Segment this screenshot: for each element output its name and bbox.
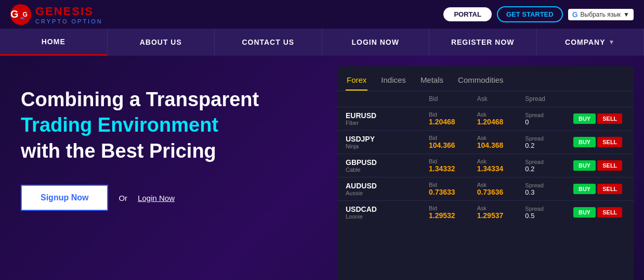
sell-button[interactable]: SELL — [597, 207, 622, 218]
ask-col: Ask 1.29537 — [477, 205, 525, 220]
bid-col: Bid 1.20468 — [429, 111, 477, 126]
ask-value: 104.368 — [477, 141, 525, 149]
buy-sell-actions: BUY SELL — [573, 160, 625, 171]
spread-col: Spread 0.2 — [525, 135, 573, 149]
header-actions — [573, 95, 625, 103]
tab-indices[interactable]: Indices — [380, 72, 407, 91]
spread-label: Spread — [525, 135, 573, 142]
bid-col: Bid 1.34332 — [429, 158, 477, 173]
sell-button[interactable]: SELL — [597, 137, 622, 147]
ask-col: Ask 104.368 — [477, 135, 525, 149]
spread-col: Spread 0 — [525, 112, 573, 126]
tab-forex[interactable]: Forex — [346, 72, 367, 91]
spread-label: Spread — [525, 206, 573, 212]
buy-button[interactable]: BUY — [573, 160, 596, 171]
nav-home[interactable]: HOME — [0, 29, 108, 56]
bid-label: Bid — [429, 111, 477, 118]
pair-name: AUDUSD — [346, 182, 429, 190]
spread-label: Spread — [525, 112, 573, 118]
trading-tabs: Forex Indices Metals Commodities — [337, 66, 634, 91]
google-icon: G — [572, 10, 578, 19]
ask-value: 0.73636 — [477, 188, 525, 196]
buy-button[interactable]: BUY — [573, 113, 596, 124]
bid-value: 0.73633 — [429, 188, 477, 196]
ask-col: Ask 1.34334 — [477, 158, 525, 173]
pair-info: USDJPY Ninja — [346, 135, 429, 149]
portal-button[interactable]: PORTAL — [443, 7, 491, 21]
table-row: GBPUSD Cable Bid 1.34332 Ask 1.34334 Spr… — [337, 154, 634, 177]
top-right-actions: PORTAL GET STARTED G Выбрать язык ▼ — [443, 6, 634, 22]
nav-register[interactable]: REGISTER NOW — [429, 29, 537, 56]
logo: G GENESIS CRYPTO OPTION — [10, 4, 103, 25]
trading-panel: Forex Indices Metals Commodities Bid Ask… — [337, 66, 634, 280]
hero-title-line2: Trading Environment — [21, 114, 218, 136]
translate-chevron-icon: ▼ — [623, 11, 629, 18]
google-translate[interactable]: G Выбрать язык ▼ — [568, 9, 634, 20]
ask-value: 1.20468 — [477, 118, 525, 126]
sell-button[interactable]: SELL — [597, 113, 622, 124]
pair-name: USDJPY — [346, 135, 429, 143]
spread-col: Spread 0.5 — [525, 206, 573, 220]
nav-contact[interactable]: CONTACT US — [215, 29, 322, 56]
bid-col: Bid 0.73633 — [429, 182, 477, 196]
pair-nickname: Fiber — [346, 120, 429, 126]
pair-nickname: Aussie — [346, 190, 429, 196]
ask-label: Ask — [477, 182, 525, 188]
ask-value: 1.34334 — [477, 164, 525, 173]
ask-col: Ask 0.73636 — [477, 182, 525, 196]
pair-name: USDCAD — [346, 205, 429, 213]
hero-cta: Signup Now Or Login Now — [21, 185, 317, 211]
header-pair — [346, 95, 429, 103]
spread-col: Spread 0.2 — [525, 159, 573, 173]
signup-button[interactable]: Signup Now — [21, 185, 108, 211]
bid-value: 1.34332 — [429, 164, 477, 173]
spread-value: 0.2 — [525, 142, 573, 149]
buy-sell-actions: BUY SELL — [573, 184, 625, 194]
nav-company[interactable]: COMPANY ▼ — [537, 29, 645, 56]
spread-value: 0.5 — [525, 212, 573, 220]
ask-label: Ask — [477, 158, 525, 164]
logo-genesis: GENESIS — [35, 5, 103, 18]
spread-value: 0.3 — [525, 188, 573, 196]
ask-value: 1.29537 — [477, 211, 525, 220]
sell-button[interactable]: SELL — [597, 160, 622, 171]
pair-info: GBPUSD Cable — [346, 158, 429, 173]
bid-label: Bid — [429, 205, 477, 211]
get-started-button[interactable]: GET STARTED — [497, 6, 563, 22]
logo-text: GENESIS CRYPTO OPTION — [35, 5, 103, 24]
bid-label: Bid — [429, 158, 477, 164]
header-ask: Ask — [477, 95, 525, 103]
buy-button[interactable]: BUY — [573, 184, 596, 194]
tab-metals[interactable]: Metals — [419, 72, 444, 91]
bid-label: Bid — [429, 182, 477, 188]
hero-left: Combining a Transparent Trading Environm… — [0, 56, 337, 280]
logo-icon: G — [10, 4, 31, 25]
bid-value: 104.366 — [429, 141, 477, 149]
buy-sell-actions: BUY SELL — [573, 207, 625, 218]
bid-col: Bid 1.29532 — [429, 205, 477, 220]
tab-commodities[interactable]: Commodities — [457, 72, 505, 91]
main-nav: HOME ABOUT US CONTACT US LOGIN NOW REGIS… — [0, 29, 644, 56]
table-row: EURUSD Fiber Bid 1.20468 Ask 1.20468 Spr… — [337, 107, 634, 130]
pair-info: USDCAD Loonie — [346, 205, 429, 220]
pair-name: GBPUSD — [346, 158, 429, 167]
header-bid: Bid — [429, 95, 477, 103]
spread-label: Spread — [525, 159, 573, 165]
logo-crypto-option: CRYPTO OPTION — [35, 18, 103, 24]
table-row: USDCAD Loonie Bid 1.29532 Ask 1.29537 Sp… — [337, 200, 634, 224]
spread-label: Spread — [525, 182, 573, 188]
table-row: USDJPY Ninja Bid 104.366 Ask 104.368 Spr… — [337, 130, 634, 154]
buy-button[interactable]: BUY — [573, 207, 596, 218]
table-header: Bid Ask Spread — [337, 91, 634, 107]
ask-label: Ask — [477, 111, 525, 118]
buy-sell-actions: BUY SELL — [573, 113, 625, 124]
spread-value: 0.2 — [525, 165, 573, 173]
nav-login[interactable]: LOGIN NOW — [322, 29, 430, 56]
svg-rect-2 — [20, 17, 23, 18]
buy-button[interactable]: BUY — [573, 137, 596, 147]
login-link-button[interactable]: Login Now — [138, 194, 175, 202]
nav-about[interactable]: ABOUT US — [108, 29, 215, 56]
buy-sell-actions: BUY SELL — [573, 137, 625, 147]
svg-rect-3 — [20, 18, 24, 19]
sell-button[interactable]: SELL — [597, 184, 622, 194]
